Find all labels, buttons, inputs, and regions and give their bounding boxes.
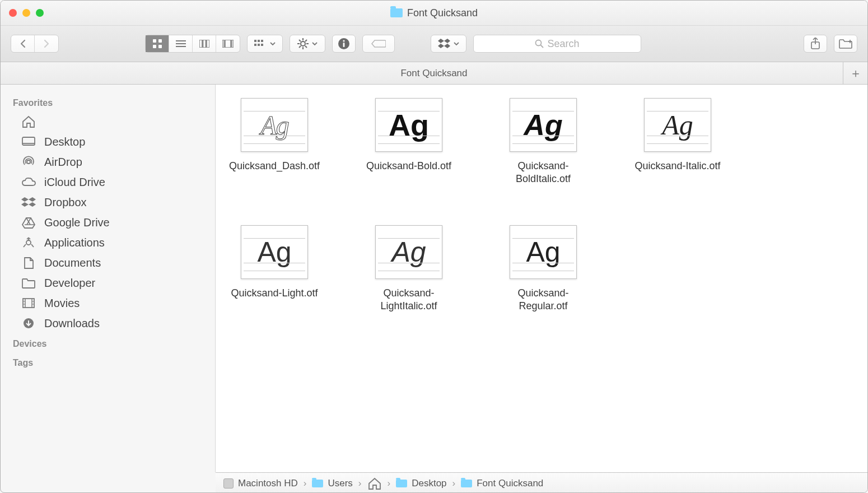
file-item[interactable]: AgQuicksand-Light.otf (227, 225, 322, 313)
sidebar-item-documents[interactable]: Documents (1, 253, 215, 273)
file-item[interactable]: AgQuicksand-Regular.otf (496, 225, 591, 313)
list-view-button[interactable] (169, 35, 193, 52)
tags-button[interactable] (362, 35, 395, 53)
search-placeholder: Search (547, 38, 579, 50)
svg-rect-3 (158, 45, 162, 48)
file-name: Quicksand-BoldItalic.otf (496, 160, 591, 186)
svg-rect-8 (203, 40, 206, 48)
new-tab-button[interactable]: ＋ (843, 62, 867, 84)
font-thumbnail: Ag (241, 98, 308, 152)
font-thumbnail: Ag (510, 98, 577, 152)
sidebar-item-label: Google Drive (44, 216, 110, 229)
svg-line-25 (305, 46, 307, 48)
path-label: Macintosh HD (238, 478, 298, 489)
file-item[interactable]: AgQuicksand-BoldItalic.otf (496, 98, 591, 186)
svg-rect-7 (199, 40, 202, 48)
file-item[interactable]: AgQuicksand-Bold.otf (361, 98, 456, 186)
font-thumbnail: Ag (375, 225, 442, 279)
path-crumb[interactable]: Users (312, 478, 352, 489)
folder-icon (461, 480, 472, 487)
back-button[interactable] (11, 35, 35, 52)
svg-rect-1 (158, 39, 162, 43)
tab-label[interactable]: Font Quicksand (400, 68, 467, 79)
info-button[interactable] (332, 35, 356, 53)
file-item[interactable]: AgQuicksand-LightItalic.otf (361, 225, 456, 313)
movies-icon (21, 296, 36, 310)
svg-rect-17 (258, 44, 260, 46)
chevron-right-icon: › (304, 478, 307, 489)
svg-rect-9 (207, 40, 209, 48)
sidebar-item-home[interactable] (1, 111, 215, 132)
close-button[interactable] (9, 9, 17, 17)
sidebar-item-developer[interactable]: Developer (1, 273, 215, 293)
file-name: Quicksand-LightItalic.otf (361, 287, 456, 313)
home-icon (21, 115, 36, 128)
path-crumb[interactable] (367, 477, 382, 490)
svg-rect-44 (23, 299, 34, 308)
chevron-right-icon: › (388, 478, 391, 489)
path-bar: Macintosh HD›Users››Desktop›Font Quicksa… (216, 472, 867, 493)
new-folder-button[interactable] (834, 35, 857, 53)
minimize-button[interactable] (22, 9, 30, 17)
cloud-icon (21, 175, 36, 189)
sidebar-section-tags: Tags (1, 352, 215, 371)
sidebar-item-label: AirDrop (44, 156, 82, 169)
svg-line-26 (299, 46, 301, 48)
svg-point-31 (536, 40, 542, 46)
path-label: Font Quicksand (477, 478, 543, 489)
icon-view-button[interactable] (146, 35, 169, 52)
sidebar-section-devices: Devices (1, 333, 215, 352)
sidebar-item-applications[interactable]: Applications (1, 232, 215, 253)
svg-line-41 (27, 218, 31, 225)
svg-point-43 (26, 240, 31, 245)
svg-rect-15 (261, 40, 263, 42)
path-crumb[interactable]: Font Quicksand (461, 478, 543, 489)
folder-icon (312, 480, 323, 487)
sidebar-item-airdrop[interactable]: AirDrop (1, 152, 215, 172)
group-button[interactable] (247, 35, 283, 53)
file-content[interactable]: AgQuicksand_Dash.otfAgQuicksand-Bold.otf… (216, 85, 867, 472)
hd-icon (223, 478, 234, 489)
file-name: Quicksand-Regular.otf (496, 287, 591, 313)
svg-point-39 (27, 160, 30, 164)
forward-button[interactable] (35, 35, 58, 52)
svg-rect-18 (261, 44, 263, 46)
gallery-view-button[interactable] (216, 35, 240, 52)
font-thumbnail: Ag (510, 225, 577, 279)
sidebar-section-favorites: Favorites (1, 92, 215, 111)
action-button[interactable] (290, 35, 325, 53)
path-crumb[interactable]: Macintosh HD (223, 478, 298, 489)
sidebar-item-desktop[interactable]: Desktop (1, 132, 215, 152)
sidebar-item-label: Developer (44, 277, 95, 290)
svg-rect-11 (225, 40, 231, 48)
downloads-icon (21, 317, 36, 330)
titlebar: Font Quicksand (1, 1, 867, 26)
file-item[interactable]: AgQuicksand_Dash.otf (227, 98, 322, 186)
sidebar-item-icloud-drive[interactable]: iCloud Drive (1, 172, 215, 192)
toolbar: Search (1, 26, 867, 62)
window-title-text: Font Quicksand (407, 7, 478, 19)
sidebar-item-movies[interactable]: Movies (1, 293, 215, 313)
font-thumbnail: Ag (241, 225, 308, 279)
zoom-button[interactable] (36, 9, 44, 17)
sidebar-item-label: Documents (44, 257, 101, 269)
file-name: Quicksand-Light.otf (231, 287, 318, 300)
sidebar-item-dropbox[interactable]: Dropbox (1, 192, 215, 212)
search-icon (535, 39, 544, 48)
window-controls (9, 9, 44, 17)
file-item[interactable]: AgQuicksand-Italic.otf (630, 98, 725, 186)
sidebar-item-google-drive[interactable]: Google Drive (1, 212, 215, 232)
sidebar-item-label: Downloads (44, 317, 100, 330)
share-button[interactable] (804, 35, 827, 53)
gdrive-icon (21, 216, 36, 229)
column-view-button[interactable] (193, 35, 216, 52)
sidebar-item-downloads[interactable]: Downloads (1, 313, 215, 333)
svg-rect-30 (343, 43, 345, 47)
chevron-right-icon: › (358, 478, 362, 489)
path-label: Users (328, 478, 352, 489)
search-field[interactable]: Search (473, 35, 641, 53)
sidebar: FavoritesDesktopAirDropiCloud DriveDropb… (1, 85, 216, 472)
file-name: Quicksand_Dash.otf (229, 160, 320, 173)
path-crumb[interactable]: Desktop (396, 478, 446, 489)
dropbox-button[interactable] (431, 35, 466, 53)
